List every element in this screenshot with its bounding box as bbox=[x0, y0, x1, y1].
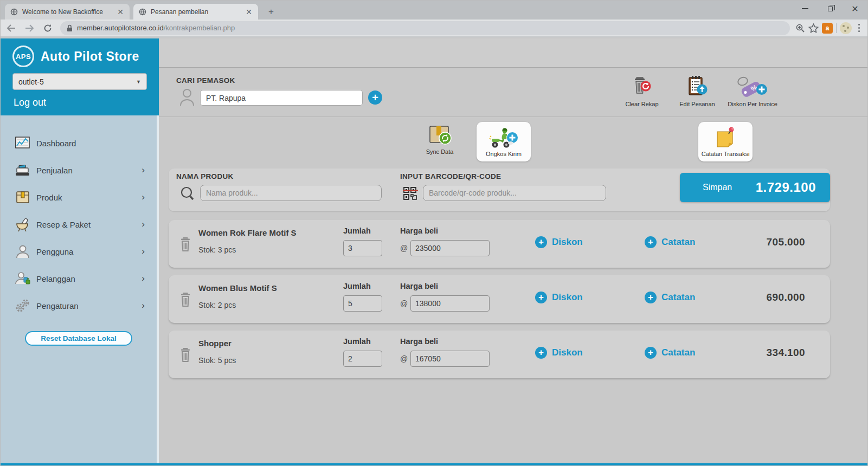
reset-database-button[interactable]: Reset Database Lokal bbox=[25, 331, 132, 346]
ongkos-kirim-button[interactable]: Ongkos Kirim bbox=[477, 122, 531, 161]
gears-icon bbox=[14, 299, 32, 313]
at-symbol: @ bbox=[400, 244, 408, 253]
window-close-button[interactable]: ✕ bbox=[843, 1, 867, 17]
outlet-select[interactable]: outlet-5 ▼ bbox=[12, 73, 147, 90]
barcode-label: INPUT BARCODE/QR-CODE bbox=[400, 172, 501, 180]
sync-data-button[interactable]: Sync Data bbox=[413, 122, 467, 155]
trash-reset-icon bbox=[630, 75, 654, 99]
sidebar-item-produk[interactable]: Produk › bbox=[1, 184, 157, 211]
add-discount-button[interactable]: +Diskon bbox=[535, 292, 583, 303]
item-stock: Stok: 2 pcs bbox=[198, 301, 236, 309]
price-input[interactable] bbox=[410, 240, 490, 256]
add-supplier-button[interactable]: + bbox=[368, 90, 382, 105]
supplier-input[interactable] bbox=[200, 90, 363, 106]
tools-row: Sync Data Ongkos Kirim bbox=[159, 118, 868, 169]
delivery-scooter-icon bbox=[488, 126, 519, 149]
tab-title: Welcome to New Backoffice bbox=[22, 8, 115, 16]
item-subtotal: 705.000 bbox=[767, 236, 805, 248]
sidebar-item-pengguna[interactable]: Pengguna › bbox=[1, 238, 157, 265]
chevron-right-icon: › bbox=[142, 165, 145, 176]
supplier-label: CARI PEMASOK bbox=[176, 76, 235, 85]
mortar-pestle-icon bbox=[14, 217, 32, 232]
tab-close-icon[interactable]: ✕ bbox=[115, 8, 125, 16]
sticky-note-pin-icon bbox=[713, 126, 738, 149]
address-bar[interactable]: member.autopilotstore.co.id/kontrakpembe… bbox=[60, 21, 790, 35]
qty-label: Jumlah bbox=[343, 282, 371, 290]
window-minimize-button[interactable] bbox=[793, 1, 818, 17]
add-note-button[interactable]: +Catatan bbox=[645, 236, 695, 248]
price-label: Harga beli bbox=[400, 226, 438, 235]
aps-logo: APS bbox=[12, 46, 34, 67]
browser-menu-icon[interactable] bbox=[855, 24, 863, 32]
browser-tab-pesanan[interactable]: Pesanan pembelian ✕ bbox=[133, 4, 258, 20]
qty-input[interactable] bbox=[343, 240, 382, 256]
dashboard-icon bbox=[14, 136, 32, 150]
extension-icon[interactable]: a bbox=[822, 23, 833, 34]
item-row: Women Blus Motif S Stok: 2 pcs Jumlah Ha… bbox=[169, 275, 830, 323]
item-name: Women Rok Flare Motif S bbox=[198, 228, 297, 237]
browser-tab-strip: Welcome to New Backoffice ✕ Pesanan pemb… bbox=[1, 1, 867, 20]
price-label: Harga beli bbox=[400, 282, 438, 290]
content-top-band bbox=[159, 38, 868, 68]
outlet-selected-value: outlet-5 bbox=[18, 77, 44, 86]
supplier-person-icon bbox=[179, 88, 195, 108]
item-row: Women Rok Flare Motif S Stok: 3 pcs Juml… bbox=[169, 220, 830, 268]
chevron-right-icon: › bbox=[142, 246, 145, 257]
at-symbol: @ bbox=[400, 299, 408, 308]
save-button[interactable]: Simpan 1.729.100 bbox=[680, 173, 830, 202]
sidebar-item-pengaturan[interactable]: Pengaturan › bbox=[1, 292, 157, 319]
qty-label: Jumlah bbox=[343, 337, 371, 346]
window-restore-button[interactable] bbox=[818, 1, 843, 17]
browser-toolbar: member.autopilotstore.co.id/kontrakpembe… bbox=[1, 20, 867, 37]
chevron-right-icon: › bbox=[142, 219, 145, 230]
caret-down-icon: ▼ bbox=[136, 79, 141, 85]
product-name-input[interactable] bbox=[200, 185, 382, 201]
item-stock: Stok: 5 pcs bbox=[198, 356, 236, 365]
browser-tab-backoffice[interactable]: Welcome to New Backoffice ✕ bbox=[5, 4, 130, 20]
item-stock: Stok: 3 pcs bbox=[198, 245, 236, 254]
plus-icon: + bbox=[535, 236, 547, 248]
profile-avatar[interactable] bbox=[840, 22, 852, 34]
chevron-right-icon: › bbox=[142, 300, 145, 311]
chevron-right-icon: › bbox=[142, 192, 145, 203]
forward-button[interactable] bbox=[21, 21, 37, 36]
add-discount-button[interactable]: +Diskon bbox=[535, 347, 583, 359]
clear-rekap-button[interactable]: Clear Rekap bbox=[612, 75, 672, 107]
add-note-button[interactable]: +Catatan bbox=[645, 347, 695, 359]
price-input[interactable] bbox=[410, 295, 490, 312]
grand-total: 1.729.100 bbox=[756, 180, 816, 195]
delete-item-icon[interactable] bbox=[179, 292, 191, 309]
product-name-label: NAMA PRODUK bbox=[176, 172, 234, 180]
cash-register-icon bbox=[14, 163, 32, 177]
sidebar-item-dashboard[interactable]: Dashboard bbox=[1, 130, 157, 157]
sidebar-item-penjualan[interactable]: Penjualan › bbox=[1, 157, 157, 184]
edit-pesanan-button[interactable]: Edit Pesanan bbox=[667, 75, 727, 107]
catatan-transaksi-button[interactable]: Catatan Transaksi bbox=[698, 122, 753, 161]
search-icon bbox=[179, 186, 196, 204]
brand-title: Auto Pilot Store bbox=[41, 49, 139, 64]
add-discount-button[interactable]: +Diskon bbox=[535, 236, 583, 248]
qty-input[interactable] bbox=[343, 295, 382, 312]
barcode-qr-icon bbox=[403, 186, 418, 203]
price-label: Harga beli bbox=[400, 337, 438, 346]
bookmark-star-icon[interactable] bbox=[808, 23, 819, 33]
logout-link[interactable]: Log out bbox=[14, 97, 46, 108]
sidebar-item-pelanggan[interactable]: Pelanggan › bbox=[1, 265, 157, 292]
qty-input[interactable] bbox=[343, 351, 382, 367]
plus-icon: + bbox=[645, 292, 657, 303]
zoom-icon[interactable] bbox=[795, 23, 805, 33]
back-button[interactable] bbox=[3, 21, 19, 36]
new-tab-button[interactable]: + bbox=[265, 5, 278, 18]
barcode-input[interactable] bbox=[423, 185, 606, 201]
sidebar-item-resep-paket[interactable]: Resep & Paket › bbox=[1, 211, 157, 238]
tab-close-icon[interactable]: ✕ bbox=[244, 8, 254, 16]
add-note-button[interactable]: +Catatan bbox=[645, 292, 695, 303]
price-input[interactable] bbox=[410, 351, 490, 367]
reload-button[interactable] bbox=[40, 21, 56, 36]
delete-item-icon[interactable] bbox=[179, 237, 191, 254]
plus-icon: + bbox=[535, 347, 547, 359]
item-row: Shopper Stok: 5 pcs Jumlah Harga beli @ … bbox=[169, 331, 830, 378]
diskon-per-invoice-button[interactable]: % Diskon Per Invoice bbox=[723, 75, 782, 107]
globe-favicon bbox=[10, 8, 18, 16]
delete-item-icon[interactable] bbox=[179, 347, 191, 364]
